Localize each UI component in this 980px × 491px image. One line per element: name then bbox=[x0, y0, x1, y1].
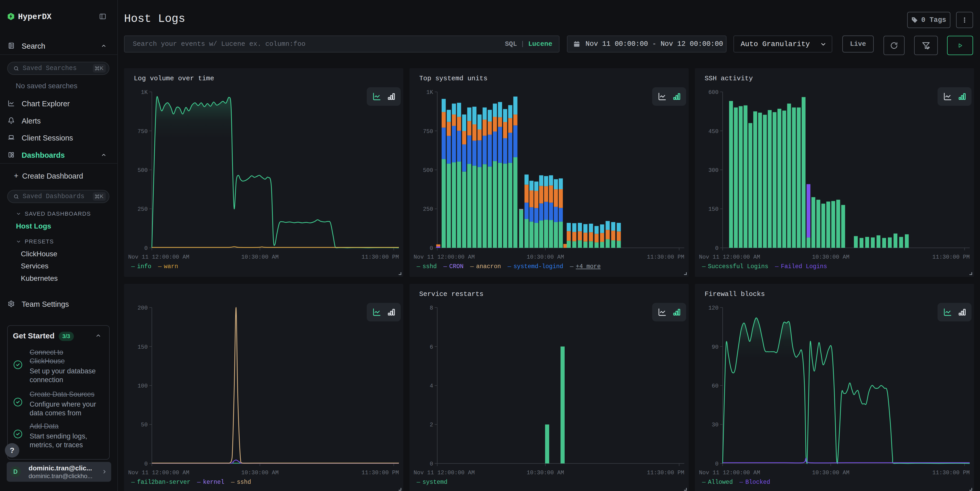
svg-text:200: 200 bbox=[137, 305, 148, 311]
svg-text:10:30:00 AM: 10:30:00 AM bbox=[812, 254, 849, 261]
svg-text:750: 750 bbox=[137, 129, 148, 135]
svg-text:30: 30 bbox=[712, 422, 719, 428]
svg-text:Nov 11 12:00:00 AM: Nov 11 12:00:00 AM bbox=[128, 254, 189, 261]
svg-text:11:30:00 PM: 11:30:00 PM bbox=[647, 254, 684, 261]
svg-text:250: 250 bbox=[137, 206, 148, 213]
svg-text:Nov 11 12:00:00 AM: Nov 11 12:00:00 AM bbox=[414, 254, 475, 261]
svg-text:1K: 1K bbox=[426, 89, 433, 96]
svg-text:500: 500 bbox=[137, 167, 148, 174]
svg-text:8: 8 bbox=[430, 305, 433, 311]
svg-text:Nov 11 12:00:00 AM: Nov 11 12:00:00 AM bbox=[128, 470, 189, 476]
svg-text:2: 2 bbox=[430, 422, 433, 428]
svg-text:4: 4 bbox=[430, 383, 433, 389]
svg-text:Nov 11 12:00:00 AM: Nov 11 12:00:00 AM bbox=[699, 254, 760, 261]
svg-text:10:30:00 AM: 10:30:00 AM bbox=[812, 470, 849, 476]
svg-text:0: 0 bbox=[715, 461, 719, 467]
svg-text:90: 90 bbox=[712, 344, 719, 351]
svg-text:50: 50 bbox=[141, 422, 148, 428]
svg-text:0: 0 bbox=[145, 245, 148, 252]
svg-text:0: 0 bbox=[715, 245, 719, 252]
svg-text:500: 500 bbox=[423, 167, 433, 174]
svg-text:0: 0 bbox=[430, 245, 433, 252]
svg-text:10:30:00 AM: 10:30:00 AM bbox=[527, 470, 564, 476]
svg-text:10:30:00 AM: 10:30:00 AM bbox=[241, 470, 278, 476]
svg-text:100: 100 bbox=[137, 383, 148, 389]
svg-text:Nov 11 12:00:00 AM: Nov 11 12:00:00 AM bbox=[414, 470, 475, 476]
svg-text:120: 120 bbox=[708, 305, 719, 311]
svg-text:Nov 11 12:00:00 AM: Nov 11 12:00:00 AM bbox=[699, 470, 760, 476]
svg-text:150: 150 bbox=[137, 344, 148, 351]
svg-text:60: 60 bbox=[712, 383, 719, 389]
svg-text:750: 750 bbox=[423, 129, 433, 135]
svg-text:11:30:00 PM: 11:30:00 PM bbox=[647, 470, 684, 476]
svg-text:6: 6 bbox=[430, 344, 433, 351]
svg-text:11:30:00 PM: 11:30:00 PM bbox=[932, 470, 970, 476]
svg-text:1K: 1K bbox=[141, 89, 148, 96]
svg-text:0: 0 bbox=[145, 461, 148, 467]
svg-text:600: 600 bbox=[708, 89, 719, 96]
svg-text:11:30:00 PM: 11:30:00 PM bbox=[361, 470, 399, 476]
svg-text:300: 300 bbox=[708, 167, 719, 174]
svg-text:150: 150 bbox=[708, 206, 719, 213]
svg-text:450: 450 bbox=[708, 129, 719, 135]
svg-text:10:30:00 AM: 10:30:00 AM bbox=[241, 254, 278, 261]
svg-text:10:30:00 AM: 10:30:00 AM bbox=[527, 254, 564, 261]
svg-text:0: 0 bbox=[430, 461, 433, 467]
svg-text:11:30:00 PM: 11:30:00 PM bbox=[932, 254, 970, 261]
svg-text:11:30:00 PM: 11:30:00 PM bbox=[361, 254, 399, 261]
svg-text:250: 250 bbox=[423, 206, 433, 213]
